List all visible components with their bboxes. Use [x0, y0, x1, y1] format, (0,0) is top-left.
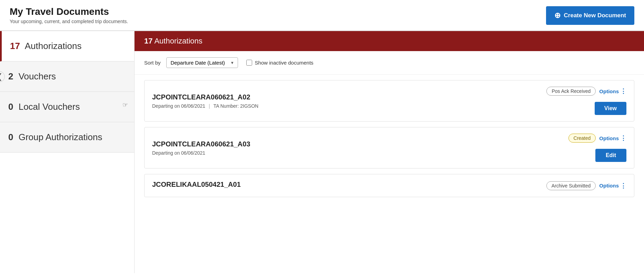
- main-layout: 17 Authorizations❮2 Vouchers0 Local Vouc…: [0, 31, 644, 273]
- options-dots-icon: ⋮: [620, 134, 626, 142]
- doc-meta: Departing on 06/06/2021: [152, 150, 568, 156]
- section-count: 17: [144, 37, 152, 45]
- status-badge: Created: [568, 134, 596, 143]
- view-button[interactable]: View: [595, 102, 626, 115]
- sidebar-item-count: 2: [8, 71, 13, 82]
- document-card: JCPOINTCLEARA060621_A02Departing on 06/0…: [144, 80, 634, 122]
- header-title-block: My Travel Documents Your upcoming, curre…: [10, 6, 128, 24]
- section-label-text: Authorizations: [154, 37, 202, 45]
- doc-actions-top-row: CreatedOptions ⋮: [568, 134, 626, 143]
- page-subtitle: Your upcoming, current, and completed tr…: [10, 19, 128, 24]
- cursor-icon: ☞: [122, 101, 128, 109]
- sort-bar: Sort by Departure Date (Latest)Departure…: [135, 51, 644, 75]
- sidebar-item-group-authorizations[interactable]: 0 Group Authorizations: [0, 122, 134, 153]
- doc-departure: Departing on 06/06/2021: [152, 150, 205, 156]
- doc-title: JCORELIKAAL050421_A01: [152, 181, 546, 189]
- sidebar-item-count: 0: [8, 132, 13, 143]
- create-button-label: Create New Document: [564, 12, 626, 19]
- sidebar-item-label: Vouchers: [16, 71, 56, 82]
- options-dots-icon: ⋮: [620, 87, 626, 95]
- doc-info: JCORELIKAAL050421_A01: [152, 181, 546, 191]
- doc-actions: Archive SubmittedOptions ⋮: [546, 181, 626, 190]
- sidebar: 17 Authorizations❮2 Vouchers0 Local Vouc…: [0, 31, 135, 273]
- sort-select-wrapper[interactable]: Departure Date (Latest)Departure Date (E…: [166, 57, 238, 68]
- section-header: 17 Authorizations: [135, 31, 644, 51]
- doc-ta-number: TA Number: 2IGSON: [214, 103, 258, 109]
- edit-button[interactable]: Edit: [595, 149, 626, 162]
- sort-select[interactable]: Departure Date (Latest)Departure Date (E…: [171, 60, 228, 66]
- document-card: JCORELIKAAL050421_A01Archive SubmittedOp…: [144, 174, 634, 197]
- options-button[interactable]: Options ⋮: [599, 87, 626, 95]
- sort-label: Sort by: [144, 60, 161, 66]
- sidebar-item-label: Authorizations: [23, 41, 82, 51]
- options-button[interactable]: Options ⋮: [599, 182, 626, 190]
- document-card: JCPOINTCLEARA060621_A03Departing on 06/0…: [144, 127, 634, 168]
- sidebar-item-local-vouchers[interactable]: 0 Local Vouchers☞: [0, 92, 134, 122]
- sidebar-item-label: Local Vouchers: [16, 102, 80, 112]
- chevron-down-icon: ▾: [231, 60, 234, 65]
- doc-departure: Departing on 06/06/2021: [152, 103, 205, 109]
- options-dots-icon: ⋮: [620, 182, 626, 190]
- doc-title: JCPOINTCLEARA060621_A02: [152, 93, 546, 101]
- doc-info: JCPOINTCLEARA060621_A02Departing on 06/0…: [152, 93, 546, 109]
- doc-actions-top-row: Pos Ack ReceivedOptions ⋮: [546, 87, 626, 96]
- meta-separator: |: [209, 103, 210, 109]
- doc-title: JCPOINTCLEARA060621_A03: [152, 140, 568, 148]
- plus-icon: ⊕: [554, 11, 561, 20]
- options-label: Options: [599, 183, 619, 189]
- content-area: 17 Authorizations Sort by Departure Date…: [135, 31, 644, 273]
- sidebar-item-count: 0: [8, 102, 13, 112]
- doc-actions: CreatedOptions ⋮Edit: [568, 134, 626, 162]
- options-button[interactable]: Options ⋮: [599, 134, 626, 142]
- doc-actions: Pos Ack ReceivedOptions ⋮View: [546, 87, 626, 115]
- doc-actions-top-row: Archive SubmittedOptions ⋮: [546, 181, 626, 190]
- chevron-left-icon[interactable]: ❮: [0, 71, 5, 82]
- create-new-document-button[interactable]: ⊕ Create New Document: [546, 6, 634, 25]
- sidebar-item-vouchers[interactable]: ❮2 Vouchers: [0, 61, 134, 92]
- inactive-documents-checkbox[interactable]: [246, 60, 252, 66]
- status-badge: Pos Ack Received: [546, 87, 596, 96]
- status-badge: Archive Submitted: [546, 181, 596, 190]
- sidebar-item-label: Group Authorizations: [16, 132, 102, 143]
- sidebar-item-count: 17: [10, 41, 20, 51]
- doc-info: JCPOINTCLEARA060621_A03Departing on 06/0…: [152, 140, 568, 156]
- page-header: My Travel Documents Your upcoming, curre…: [0, 0, 644, 31]
- options-label: Options: [599, 135, 619, 141]
- page-title: My Travel Documents: [10, 6, 128, 17]
- doc-meta: Departing on 06/06/2021|TA Number: 2IGSO…: [152, 103, 546, 109]
- sidebar-item-authorizations[interactable]: 17 Authorizations: [0, 31, 134, 61]
- inactive-documents-checkbox-label[interactable]: Show inactive documents: [246, 60, 314, 66]
- inactive-documents-label: Show inactive documents: [255, 60, 314, 66]
- options-label: Options: [599, 88, 619, 94]
